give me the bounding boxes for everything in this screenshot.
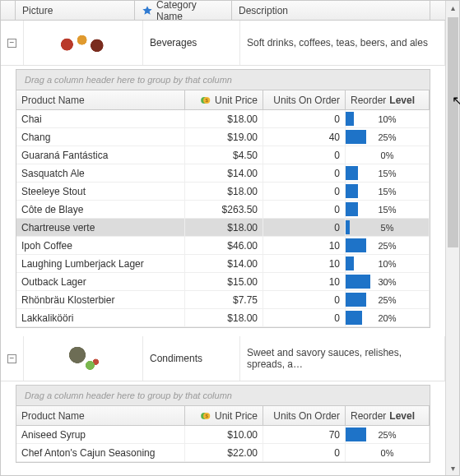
table-row[interactable]: Sasquatch Ale$14.00015% (16, 164, 430, 183)
reorder-level-cell: 15% (346, 201, 430, 218)
category-row[interactable]: −BeveragesSoft drinks, coffees, teas, be… (1, 21, 445, 66)
units-on-order-cell: 10 (263, 255, 346, 272)
units-on-order-cell: 0 (263, 291, 346, 308)
unit-price-cell: $15.00 (185, 273, 263, 290)
units-on-order-cell: 0 (263, 444, 346, 461)
detail-grid: Drag a column header here to group by th… (16, 385, 430, 463)
units-on-order-cell: 0 (263, 183, 346, 200)
collapse-button[interactable]: − (7, 39, 16, 48)
unit-price-cell: $263.50 (185, 201, 263, 218)
group-panel[interactable]: Drag a column header here to group by th… (16, 386, 430, 406)
table-row[interactable]: Guaraná Fantástica$4.5000% (16, 146, 430, 164)
table-row[interactable]: Rhönbräu Klosterbier$7.75025% (16, 291, 430, 309)
star-icon (142, 5, 153, 16)
units-on-order-cell: 0 (263, 110, 346, 127)
master-header-row: Picture Category Name Description (1, 1, 445, 21)
reorder-level-cell: 5% (346, 219, 430, 236)
scroll-up-arrow-icon[interactable]: ▴ (446, 1, 460, 15)
detail-grid: Drag a column header here to group by th… (16, 69, 430, 328)
table-row[interactable]: Laughing Lumberjack Lager$14.001010% (16, 255, 430, 273)
expand-cell: − (1, 336, 24, 381)
picture-column-header[interactable]: Picture (16, 1, 135, 20)
master-grid: Picture Category Name Description −Bever… (0, 0, 460, 476)
reorder-level-column-header[interactable]: Reorder Level (346, 406, 430, 425)
picture-cell (24, 21, 143, 65)
units-on-order-cell: 0 (263, 201, 346, 218)
table-row[interactable]: Chang$19.004025% (16, 128, 430, 146)
table-row[interactable]: Aniseed Syrup$10.007025% (16, 426, 430, 444)
description-cell: Soft drinks, coffees, teas, beers, and a… (240, 21, 445, 65)
units-on-order-column-header[interactable]: Units On Order (263, 90, 346, 109)
reorder-level-cell: 10% (346, 255, 430, 272)
table-row[interactable]: Steeleye Stout$18.00015% (16, 183, 430, 201)
reorder-level-cell: 25% (346, 128, 430, 146)
table-row[interactable]: Chef Anton's Cajun Seasoning$22.0000% (16, 444, 430, 462)
reorder-level-cell: 25% (346, 426, 430, 443)
scroll-viewport: Picture Category Name Description −Bever… (1, 1, 445, 475)
picture-cell (24, 336, 143, 381)
category-name-cell: Condiments (143, 336, 240, 381)
category-thumbnail (54, 341, 112, 376)
description-column-header[interactable]: Description (232, 1, 430, 20)
reorder-level-cell: 20% (346, 309, 430, 326)
rows-container: −BeveragesSoft drinks, coffees, teas, be… (1, 21, 445, 463)
category-name-column-header[interactable]: Category Name (135, 1, 232, 20)
product-name-column-header[interactable]: Product Name (16, 90, 185, 109)
detail-header-row: Product Name$Unit PriceUnits On OrderReo… (16, 406, 430, 426)
units-on-order-cell: 40 (263, 128, 346, 146)
product-name-cell: Ipoh Coffee (16, 237, 185, 254)
detail-header-row: Product Name$Unit PriceUnits On OrderReo… (16, 90, 430, 110)
product-name-cell: Lakkalikööri (16, 309, 185, 326)
reorder-level-column-header[interactable]: Reorder Level (346, 90, 430, 109)
unit-price-cell: $18.00 (185, 219, 263, 236)
product-name-cell: Chai (16, 110, 185, 127)
vertical-scrollbar[interactable]: ▴ ▾ (445, 1, 459, 475)
category-name-cell: Beverages (143, 21, 240, 65)
group-panel[interactable]: Drag a column header here to group by th… (16, 70, 430, 90)
reorder-level-cell: 15% (346, 183, 430, 200)
units-on-order-cell: 10 (263, 237, 346, 254)
product-name-cell: Chang (16, 128, 185, 146)
units-on-order-column-header[interactable]: Units On Order (263, 406, 346, 425)
collapse-button[interactable]: − (7, 354, 16, 363)
table-row[interactable]: Outback Lager$15.001030% (16, 273, 430, 291)
unit-price-column-header[interactable]: $Unit Price (185, 90, 263, 109)
unit-price-cell: $4.50 (185, 146, 263, 164)
product-name-cell: Sasquatch Ale (16, 164, 185, 182)
reorder-level-cell: 10% (346, 110, 430, 127)
category-name-header-text: Category Name (156, 1, 225, 22)
unit-price-cell: $46.00 (185, 237, 263, 254)
currency-icon: $ (200, 410, 211, 422)
product-name-column-header[interactable]: Product Name (16, 406, 185, 425)
category-thumbnail (54, 25, 112, 60)
units-on-order-cell: 70 (263, 426, 346, 443)
product-name-cell: Steeleye Stout (16, 183, 185, 200)
currency-icon: $ (200, 95, 211, 106)
category-row[interactable]: −CondimentsSweet and savory sauces, reli… (1, 336, 445, 381)
filler-column-header (430, 1, 445, 20)
reorder-level-cell: 0% (346, 146, 430, 164)
table-row[interactable]: Lakkalikööri$18.00020% (16, 309, 430, 327)
table-row[interactable]: Chartreuse verte$18.0005% (16, 219, 430, 237)
product-name-cell: Guaraná Fantástica (16, 146, 185, 164)
table-row[interactable]: Chai$18.00010% (16, 110, 430, 128)
product-name-cell: Chartreuse verte (16, 219, 185, 236)
table-row[interactable]: Ipoh Coffee$46.001025% (16, 237, 430, 255)
scrollbar-thumb[interactable] (448, 17, 458, 247)
expand-cell: − (1, 21, 24, 65)
reorder-level-cell: 15% (346, 164, 430, 182)
table-row[interactable]: Côte de Blaye$263.50015% (16, 201, 430, 219)
product-name-cell: Outback Lager (16, 273, 185, 290)
product-name-cell: Chef Anton's Cajun Seasoning (16, 444, 185, 461)
unit-price-cell: $18.00 (185, 110, 263, 127)
reorder-level-cell: 25% (346, 291, 430, 308)
unit-price-cell: $14.00 (185, 255, 263, 272)
reorder-level-cell: 0% (346, 444, 430, 461)
description-cell: Sweet and savory sauces, relishes, sprea… (240, 336, 445, 381)
scroll-down-arrow-icon[interactable]: ▾ (446, 461, 460, 475)
unit-price-cell: $14.00 (185, 164, 263, 182)
unit-price-column-header[interactable]: $Unit Price (185, 406, 263, 425)
unit-price-cell: $22.00 (185, 444, 263, 461)
unit-price-cell: $7.75 (185, 291, 263, 308)
product-name-cell: Aniseed Syrup (16, 426, 185, 443)
